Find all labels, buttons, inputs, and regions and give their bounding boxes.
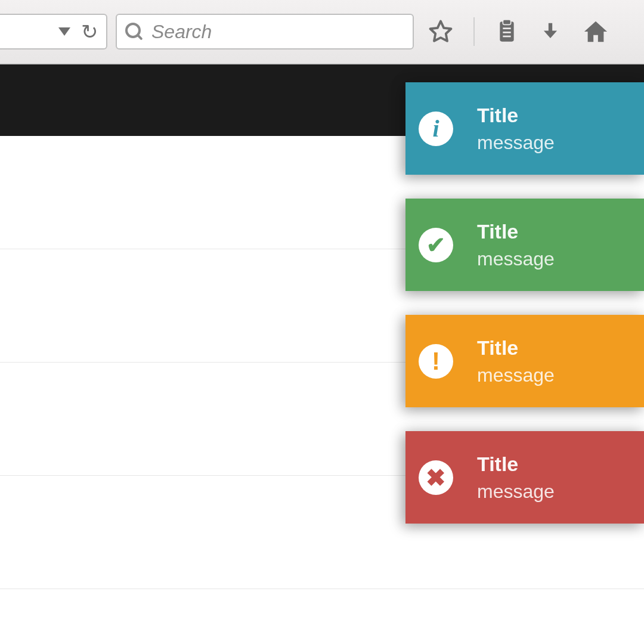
toast-warning[interactable]: ! Title message [405, 315, 644, 407]
toast-message: message [477, 132, 555, 154]
svg-rect-4 [503, 32, 510, 33]
clipboard-icon[interactable] [495, 18, 519, 45]
toast-text: Title message [477, 336, 555, 386]
reload-icon[interactable]: ↻ [81, 21, 98, 42]
info-icon: i [419, 112, 453, 146]
toast-text: Title message [477, 453, 555, 503]
toast-title: Title [477, 220, 555, 243]
toast-title: Title [477, 104, 555, 127]
toast-info[interactable]: i Title message [405, 82, 644, 175]
url-bar[interactable]: ↻ [0, 14, 107, 49]
toast-message: message [477, 364, 555, 386]
search-bar[interactable] [116, 14, 414, 49]
exclamation-icon: ! [419, 344, 453, 379]
bookmark-star-icon[interactable] [428, 19, 453, 44]
home-icon[interactable] [582, 19, 609, 44]
toast-title: Title [477, 336, 555, 360]
toast-title: Title [477, 453, 555, 476]
dropdown-icon[interactable] [58, 27, 70, 36]
search-input[interactable] [151, 21, 404, 43]
check-icon: ✔ [419, 228, 453, 262]
search-icon [125, 23, 143, 41]
browser-toolbar: ↻ [0, 0, 644, 64]
toast-container: i Title message ✔ Title message ! Title … [405, 82, 644, 524]
toast-message: message [477, 481, 555, 503]
svg-rect-2 [503, 20, 510, 24]
toolbar-separator [473, 17, 475, 46]
download-icon[interactable] [539, 20, 562, 44]
toast-error[interactable]: ✖ Title message [405, 431, 644, 524]
svg-rect-5 [503, 36, 510, 38]
toast-message: message [477, 248, 555, 270]
toast-text: Title message [477, 104, 555, 154]
svg-rect-3 [503, 27, 510, 29]
svg-marker-0 [431, 21, 451, 41]
toast-success[interactable]: ✔ Title message [405, 199, 644, 291]
toolbar-icons [428, 17, 609, 46]
toast-text: Title message [477, 220, 555, 270]
close-icon: ✖ [419, 460, 453, 495]
